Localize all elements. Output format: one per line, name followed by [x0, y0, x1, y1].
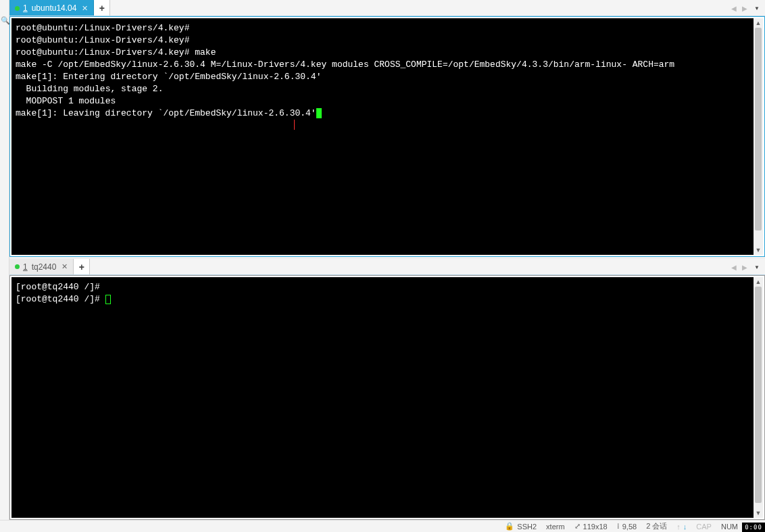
tab-index: 1	[23, 3, 28, 13]
scroll-thumb[interactable]	[755, 287, 762, 503]
tab-title: ubuntu14.04	[32, 3, 77, 13]
tab-tq2440[interactable]: 1 tq2440 ✕	[9, 259, 74, 274]
new-tab-button[interactable]: +	[94, 0, 110, 16]
terminal-top[interactable]: root@ubuntu:/Linux-Drivers/4.key#root@ub…	[11, 18, 754, 255]
clock-badge: 0:00	[742, 523, 765, 532]
scrollbar-bottom[interactable]: ▲ ▼	[754, 277, 763, 518]
lock-icon: 🔒	[505, 522, 514, 531]
scroll-up-icon[interactable]: ▲	[754, 18, 763, 28]
scrollbar-top[interactable]: ▲ ▼	[754, 18, 763, 255]
scroll-down-icon[interactable]: ▼	[754, 508, 763, 518]
status-protocol: 🔒 SSH2	[505, 522, 537, 531]
status-dot-icon	[15, 264, 20, 269]
tab-prev-icon[interactable]: ◀	[730, 5, 738, 12]
pane-bottom: 1 tq2440 ✕ + ◀ ▶ ▼ [root@tq2440 /]#[root…	[9, 259, 765, 520]
terminal-bottom[interactable]: [root@tq2440 /]#[root@tq2440 /]#	[11, 277, 754, 518]
scroll-down-icon[interactable]: ▼	[754, 245, 763, 255]
tabbar-right-controls: ◀ ▶ ▼	[730, 0, 762, 16]
cursor-pos-icon: ⁞	[617, 522, 620, 531]
status-dot-icon	[15, 6, 20, 11]
pane-top: 1 ubuntu14.04 ✕ + ◀ ▶ ▼ root@ubuntu:/Lin…	[9, 0, 765, 257]
status-num: NUM	[721, 523, 738, 531]
status-sessions: 2 会话	[646, 521, 667, 531]
tab-next-icon[interactable]: ▶	[741, 5, 749, 12]
scroll-up-icon[interactable]: ▲	[754, 277, 763, 287]
statusbar: 🔒 SSH2 xterm ⤢ 119x18 ⁞ 9,58 2 会话 ↑ ↓ CA…	[0, 520, 765, 532]
status-protocol-label: SSH2	[517, 523, 537, 531]
arrow-up-icon: ↑	[676, 523, 681, 531]
status-caps: CAP	[696, 523, 712, 531]
tab-menu-icon[interactable]: ▼	[751, 5, 762, 11]
close-icon[interactable]: ✕	[82, 4, 88, 13]
tabbar-right-controls: ◀ ▶ ▼	[730, 259, 762, 275]
status-cursor: ⁞ 9,58	[617, 522, 637, 531]
status-size: ⤢ 119x18	[574, 522, 608, 531]
tab-next-icon[interactable]: ▶	[741, 264, 749, 271]
tab-title: tq2440	[32, 262, 57, 272]
status-sync: ↑ ↓	[676, 523, 687, 531]
arrow-down-icon: ↓	[683, 523, 687, 531]
search-icon[interactable]: 🔍	[1, 16, 9, 24]
status-term: xterm	[546, 523, 565, 531]
close-icon[interactable]: ✕	[61, 262, 68, 271]
tabbar-top: 1 ubuntu14.04 ✕ + ◀ ▶ ▼	[9, 0, 765, 16]
tabbar-bottom: 1 tq2440 ✕ + ◀ ▶ ▼	[9, 259, 765, 275]
terminal-frame-bottom: [root@tq2440 /]#[root@tq2440 /]# ▲ ▼	[9, 275, 765, 520]
resize-icon: ⤢	[574, 522, 581, 531]
new-tab-button[interactable]: +	[74, 259, 90, 274]
tab-menu-icon[interactable]: ▼	[751, 264, 762, 270]
tab-prev-icon[interactable]: ◀	[730, 264, 738, 271]
scroll-thumb[interactable]	[755, 28, 762, 231]
tab-index: 1	[23, 262, 28, 272]
terminal-frame-top: root@ubuntu:/Linux-Drivers/4.key#root@ub…	[9, 16, 765, 257]
left-gutter: 🔍	[0, 0, 9, 521]
tab-ubuntu[interactable]: 1 ubuntu14.04 ✕	[9, 0, 94, 16]
